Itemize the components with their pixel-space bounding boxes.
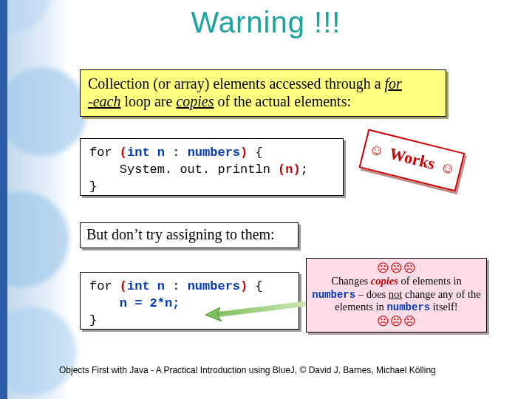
warn-keyword-each: -each <box>88 93 120 109</box>
c1l1e: { <box>248 146 262 160</box>
note-not: not <box>389 288 403 300</box>
but-box: But don’t try assigning to them: <box>80 222 299 248</box>
c1l3: } <box>89 180 97 194</box>
sad-icons-top: ☹☹☹ <box>311 261 482 275</box>
c2l1e: { <box>248 279 262 293</box>
c2l2b: n = 2*n; <box>120 296 180 310</box>
warn-text-pre: Collection (or array) elements accessed … <box>88 75 385 92</box>
c1l2c: ; <box>301 163 308 177</box>
note-numbers2: numbers <box>386 301 430 313</box>
c2l1b: ( <box>120 279 127 293</box>
smile-icon: ☺ <box>367 140 386 160</box>
c1l2b: (n) <box>278 163 301 177</box>
warn-text-post: of the actual elements: <box>214 93 351 109</box>
warning-box: Collection (or array) elements accessed … <box>80 69 446 117</box>
note-copies: copies <box>371 275 398 287</box>
n-t2: of elements in <box>398 275 462 287</box>
c1l1a: for <box>89 146 120 160</box>
c2l1a: for <box>89 279 120 293</box>
note-numbers1: numbers <box>312 289 355 301</box>
c2l1c: int n : numbers <box>127 279 240 293</box>
note-box: ☹☹☹ Changes copies of elements in number… <box>306 258 487 332</box>
works-label: Works <box>384 143 441 174</box>
n-t3: – does <box>355 288 389 300</box>
slide-title: Warning !!! <box>0 6 532 39</box>
warn-dash: - <box>88 93 93 109</box>
c1l1b: ( <box>120 146 127 160</box>
c2l1d: ) <box>240 279 248 293</box>
c1l1c: int n : numbers <box>127 146 240 160</box>
warn-keyword-for: for <box>385 75 402 92</box>
n-t1: Changes <box>331 275 371 287</box>
slide: Warning !!! Collection (or array) elemen… <box>0 0 532 399</box>
c1l1d: ) <box>240 146 248 160</box>
warn-keyword-copies: copies <box>176 93 214 109</box>
smile-icon: ☺ <box>439 158 457 177</box>
c1l2a: System. out. println <box>89 163 278 177</box>
sad-icons-bottom: ☹☹☹ <box>311 314 482 328</box>
note-text: Changes copies of elements in numbers – … <box>311 275 482 314</box>
c2l3: } <box>89 313 97 327</box>
warn-each: each <box>93 93 121 109</box>
warn-text-mid: loop are <box>120 93 176 109</box>
code-block-assign: for (int n : numbers) { n = 2*n; } <box>80 272 299 330</box>
c2l2a <box>89 296 120 310</box>
footer-text: Objects First with Java - A Practical In… <box>59 365 525 375</box>
works-badge: ☺ Works ☺ <box>358 129 465 191</box>
n-t5: itself! <box>430 301 457 313</box>
code-block-println: for (int n : numbers) { System. out. pri… <box>80 138 344 196</box>
